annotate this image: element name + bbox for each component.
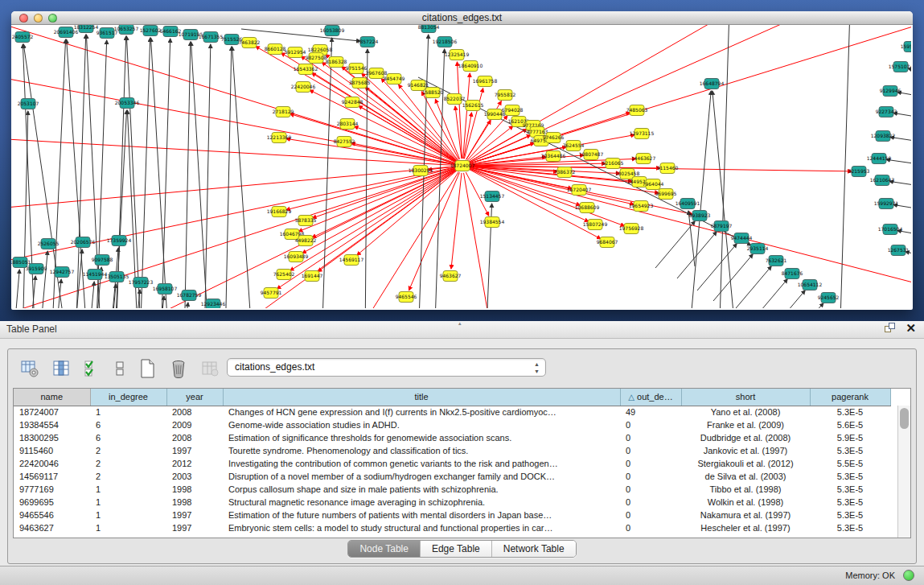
graph-node[interactable]: 7964044 bbox=[643, 179, 664, 190]
graph-node[interactable]: 16210643 bbox=[870, 175, 895, 186]
cell-title[interactable]: Embryonic stem cells: a model to study s… bbox=[223, 521, 620, 534]
cell-year[interactable]: 1998 bbox=[166, 483, 223, 496]
graph-node[interactable]: 2803144 bbox=[337, 119, 359, 130]
cell-in_degree[interactable]: 1 bbox=[90, 509, 166, 521]
graph-node[interactable]: 9115460 bbox=[657, 163, 679, 174]
cell-year[interactable]: 2003 bbox=[166, 470, 223, 483]
table-row[interactable]: 1830029562008Estimation of significance … bbox=[14, 431, 890, 444]
graph-node[interactable]: 8471676 bbox=[782, 269, 803, 279]
graph-node[interactable]: 3915909 bbox=[26, 264, 47, 274]
cell-name[interactable]: 9465546 bbox=[14, 509, 90, 521]
cell-out_degree[interactable]: 0 bbox=[620, 521, 681, 534]
graph-node[interactable]: 2053107 bbox=[18, 99, 39, 109]
cell-pagerank[interactable]: 5.9E-5 bbox=[810, 431, 890, 444]
graph-node[interactable]: 19218506 bbox=[433, 37, 458, 47]
graph-node[interactable]: 14463627 bbox=[631, 154, 656, 164]
citation-edge[interactable] bbox=[232, 47, 253, 308]
graph-node[interactable]: 9751546 bbox=[346, 64, 368, 74]
cell-title[interactable]: Estimation of the future numbers of pati… bbox=[223, 509, 620, 521]
table-row[interactable]: 1872400712008Changes of HCN gene express… bbox=[14, 406, 890, 418]
graph-node[interactable]: 9827508 bbox=[306, 53, 327, 64]
table-row[interactable]: 946362711997Embryonic stem cells: a mode… bbox=[14, 521, 890, 534]
graph-node[interactable]: 19756928 bbox=[619, 224, 644, 234]
combo-stepper-icon[interactable]: ▲▼ bbox=[534, 360, 540, 375]
graph-node[interactable]: 17359924 bbox=[107, 236, 132, 246]
graph-node[interactable]: 1267531 bbox=[888, 245, 910, 256]
cell-short[interactable]: de Silva et al. (2003) bbox=[681, 470, 810, 483]
cell-out_degree[interactable]: 0 bbox=[620, 457, 681, 470]
graph-node[interactable]: 16648794 bbox=[700, 79, 725, 89]
cell-title[interactable]: Tourette syndrome. Phenomenology and cla… bbox=[223, 444, 620, 457]
graph-node[interactable]: 9242848 bbox=[342, 97, 363, 108]
cell-pagerank[interactable]: 5.6E-5 bbox=[810, 418, 890, 431]
cell-pagerank[interactable]: 5.3E-5 bbox=[810, 483, 890, 496]
citation-edge[interactable] bbox=[713, 254, 753, 301]
cell-pagerank[interactable]: 5.3E-5 bbox=[810, 406, 890, 418]
graph-node[interactable]: 6216065 bbox=[602, 159, 624, 169]
citation-edge-red[interactable] bbox=[469, 25, 815, 163]
citation-edge[interactable] bbox=[677, 232, 717, 278]
cell-short[interactable]: Nakamura et al. (1997) bbox=[681, 509, 810, 521]
citation-edge-red[interactable] bbox=[312, 73, 457, 163]
graph-node[interactable]: 9097588 bbox=[92, 255, 113, 266]
graph-node[interactable]: 8813054 bbox=[418, 25, 440, 33]
graph-node[interactable]: 9457791 bbox=[261, 288, 282, 299]
network-canvas[interactable]: 1872400718300295193845547463822866012859… bbox=[11, 25, 911, 308]
graph-node[interactable]: 16958107 bbox=[153, 284, 178, 295]
graph-node[interactable]: 16053809 bbox=[320, 26, 345, 36]
graph-node[interactable]: 5878335 bbox=[295, 216, 317, 226]
graph-node[interactable]: 12213369 bbox=[267, 133, 292, 143]
graph-node[interactable]: 1595863 bbox=[901, 42, 911, 52]
cell-name[interactable]: 14569117 bbox=[14, 470, 90, 483]
cell-short[interactable]: Tibbo et al. (1998) bbox=[681, 483, 810, 496]
table-row[interactable]: 1938455462009Genome-wide association stu… bbox=[14, 418, 890, 431]
citation-edge-red[interactable] bbox=[451, 173, 462, 269]
citation-edge[interactable] bbox=[126, 36, 142, 308]
cell-in_degree[interactable]: 2 bbox=[90, 444, 166, 457]
graph-node[interactable]: 7955812 bbox=[495, 90, 516, 101]
citation-edge[interactable] bbox=[42, 251, 47, 308]
graph-node[interactable]: 5912954 bbox=[285, 47, 306, 58]
graph-node[interactable]: 15134457 bbox=[480, 192, 505, 202]
cell-pagerank[interactable]: 5.3E-5 bbox=[810, 496, 890, 509]
select-all-icon[interactable] bbox=[82, 358, 103, 379]
graph-node[interactable]: 22420046 bbox=[291, 82, 316, 93]
graph-node[interactable]: 9474444 bbox=[731, 233, 753, 244]
graph-node[interactable]: 8938923 bbox=[689, 211, 711, 221]
citation-edge[interactable] bbox=[86, 35, 101, 308]
graph-node[interactable]: 8215953 bbox=[848, 167, 870, 177]
table-row[interactable]: 969969511998Structural magnetic resonanc… bbox=[14, 496, 890, 509]
cell-title[interactable]: Corpus callosum shape and size in male p… bbox=[223, 483, 620, 496]
graph-node[interactable]: 15751074 bbox=[889, 62, 911, 72]
graph-node[interactable]: 7632621 bbox=[766, 256, 787, 266]
graph-node[interactable]: 20364486 bbox=[541, 151, 566, 162]
graph-node[interactable]: 10654112 bbox=[798, 280, 823, 290]
network-window-titlebar[interactable]: citations_edges.txt bbox=[11, 11, 913, 25]
split-pane-handle-icon[interactable]: ▴ bbox=[458, 320, 462, 327]
graph-node[interactable]: 8186328 bbox=[326, 57, 347, 68]
cell-name[interactable]: 18300295 bbox=[14, 431, 90, 444]
graph-node[interactable]: 4498222 bbox=[295, 236, 317, 246]
cell-pagerank[interactable]: 5.3E-5 bbox=[810, 470, 890, 483]
new-column-icon[interactable] bbox=[137, 358, 158, 379]
table-scrollbar[interactable] bbox=[897, 406, 910, 538]
graph-node[interactable]: 7857224 bbox=[357, 37, 379, 47]
cell-pagerank[interactable]: 5.3E-5 bbox=[810, 444, 890, 457]
table-panel-header[interactable]: ▴ Table Panel ✕ bbox=[0, 321, 924, 339]
cell-pagerank[interactable]: 5.3E-5 bbox=[810, 521, 890, 534]
citation-edge-red[interactable] bbox=[11, 25, 455, 163]
tab-node-table[interactable]: Node Table bbox=[348, 541, 421, 557]
graph-node[interactable]: 20053346 bbox=[115, 98, 140, 109]
table-scrollbar-thumb[interactable] bbox=[900, 408, 909, 429]
column-header-in_degree[interactable]: in_degree bbox=[90, 389, 166, 406]
cell-title[interactable]: Disruption of a novel member of a sodium… bbox=[223, 470, 620, 483]
cell-pagerank[interactable]: 5.5E-5 bbox=[810, 457, 890, 470]
graph-node[interactable]: 14569117 bbox=[339, 255, 364, 266]
graph-node[interactable]: 19384554 bbox=[480, 217, 505, 228]
memory-status-icon[interactable] bbox=[903, 570, 914, 581]
cell-short[interactable]: Yano et al. (2008) bbox=[681, 406, 810, 418]
graph-node[interactable]: 16671355 bbox=[199, 32, 224, 43]
cell-out_degree[interactable]: 0 bbox=[620, 483, 681, 496]
citation-edge[interactable] bbox=[784, 303, 823, 308]
graph-node[interactable]: 7625402 bbox=[273, 270, 295, 280]
